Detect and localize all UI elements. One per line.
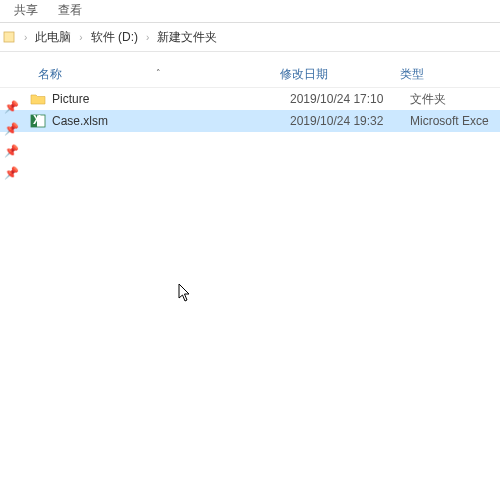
folder-icon	[28, 92, 48, 106]
file-type: 文件夹	[410, 91, 500, 108]
file-type: Microsoft Exce	[410, 114, 500, 128]
breadcrumb-drive[interactable]: 软件 (D:)	[89, 27, 140, 48]
chevron-right-icon: ›	[140, 32, 155, 43]
column-name-label: 名称	[38, 67, 62, 81]
svg-text:X: X	[33, 114, 41, 127]
pin-icon: 📌	[4, 166, 19, 180]
column-header-name[interactable]: 名称 ˄	[28, 66, 280, 83]
mouse-cursor-icon	[178, 283, 194, 306]
excel-icon: X	[28, 114, 48, 128]
breadcrumb-root[interactable]: 此电脑	[33, 27, 73, 48]
pin-icon: 📌	[4, 100, 19, 114]
quick-access-pins: 📌 📌 📌 📌	[4, 100, 19, 180]
list-item[interactable]: X Case.xlsm 2019/10/24 19:32 Microsoft E…	[0, 110, 500, 132]
file-name: Case.xlsm	[48, 114, 290, 128]
sort-indicator-icon: ˄	[156, 68, 161, 78]
file-name: Picture	[48, 92, 290, 106]
list-item[interactable]: Picture 2019/10/24 17:10 文件夹	[0, 88, 500, 110]
column-header-date[interactable]: 修改日期	[280, 66, 400, 83]
breadcrumb-divider	[0, 51, 500, 52]
file-date: 2019/10/24 19:32	[290, 114, 410, 128]
chevron-right-icon: ›	[73, 32, 88, 43]
tab-share[interactable]: 共享	[4, 0, 48, 23]
chevron-right-icon: ›	[18, 32, 33, 43]
tab-view[interactable]: 查看	[48, 0, 92, 23]
folder-back-icon[interactable]	[2, 26, 16, 48]
column-header-type[interactable]: 类型	[400, 66, 500, 83]
file-list: Picture 2019/10/24 17:10 文件夹 X Case.xlsm…	[0, 88, 500, 132]
column-headers: 名称 ˄ 修改日期 类型	[0, 62, 500, 88]
pin-icon: 📌	[4, 144, 19, 158]
breadcrumb-folder[interactable]: 新建文件夹	[155, 27, 219, 48]
file-date: 2019/10/24 17:10	[290, 92, 410, 106]
ribbon-tabs: 共享 查看	[0, 0, 500, 22]
breadcrumb: › 此电脑 › 软件 (D:) › 新建文件夹	[0, 23, 500, 51]
pin-icon: 📌	[4, 122, 19, 136]
svg-rect-0	[4, 32, 14, 42]
